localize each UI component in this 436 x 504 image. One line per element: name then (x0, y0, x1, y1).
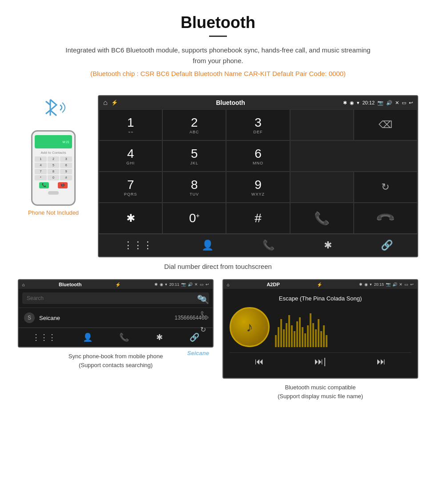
dial-contacts-icon[interactable]: 👤 (202, 240, 214, 251)
contacts-grid-icon[interactable]: ⋮⋮⋮ (32, 332, 56, 342)
dial-key-star[interactable]: ✱ (99, 203, 162, 234)
contacts-bottom-bar: ⋮⋮⋮ 👤 📞 ✱ 🔗 (19, 328, 213, 347)
vol-icon3: 🔊 (392, 282, 397, 287)
contact-list-item[interactable]: S Seicane 13566664466 (19, 308, 213, 328)
dial-refresh-button[interactable]: ↻ (354, 172, 417, 203)
main-section: M:21 Add to Contacts 123 456 789 *0# 📞 📵… (0, 91, 436, 257)
phone-bottom: 📞 📵 (35, 182, 72, 188)
contacts-time: 20:11 (169, 282, 179, 287)
close-icon3[interactable]: ✕ (399, 282, 403, 287)
phone-illustration: M:21 Add to Contacts 123 456 789 *0# 📞 📵… (18, 95, 89, 216)
bluetooth-waves-icon (38, 95, 69, 126)
topbar-right: ✱ ◉ ▾ 20:12 📷 🔊 ✕ ▭ ↩ (343, 100, 413, 106)
contacts-link-icon[interactable]: 🔗 (190, 332, 199, 342)
loc-icon: ◉ (160, 282, 163, 287)
dial-backspace-button[interactable]: ⌫ (354, 109, 417, 140)
music-home-icon[interactable]: ⌂ (227, 282, 230, 287)
dial-caption: Dial number direct from touchscreen (0, 257, 436, 279)
dial-bluetooth-icon[interactable]: ✱ (324, 240, 332, 251)
contacts-screenshot-block: ⌂ Bluetooth ⚡ ✱ ◉ ▾ 20:11 📷 🔊 ✕ ▭ ↩ (18, 279, 214, 400)
dial-empty-1 (290, 140, 417, 172)
prev-button[interactable]: ⏮ (255, 356, 264, 367)
contacts-body: Search 🔍 S Seicane 13566664466 🔍 📞 ↻ (19, 292, 213, 328)
dial-grid-icon[interactable]: ⋮⋮⋮ (123, 240, 153, 251)
dial-key-6[interactable]: 6 MNO (226, 140, 290, 172)
music-screenshot-block: ⌂ A2DP ⚡ ✱ ◉ ▾ 20:15 📷 🔊 ✕ ▭ ↩ Escape (T… (222, 279, 418, 400)
dial-call-button[interactable]: 📞 (290, 203, 354, 234)
dial-bottom-bar: ⋮⋮⋮ 👤 📞 ✱ 🔗 (99, 234, 417, 256)
contacts-bt-icon[interactable]: ✱ (156, 332, 163, 342)
dial-screen: ⌂ ⚡ Bluetooth ✱ ◉ ▾ 20:12 📷 🔊 ✕ ▭ ↩ 1 ⌁⌁ (98, 95, 418, 257)
music-album-art: ♪ (230, 307, 270, 347)
dial-key-1[interactable]: 1 ⌁⌁ (99, 109, 162, 140)
music-status-icons: ✱ ◉ ▾ 20:15 📷 🔊 ✕ ▭ ↩ (359, 282, 414, 287)
dial-key-5[interactable]: 5 JKL (162, 140, 226, 172)
dial-key-7[interactable]: 7 PQRS (99, 172, 162, 203)
cam-icon2: 📷 (181, 282, 186, 287)
dial-phone-icon[interactable]: 📞 (262, 240, 275, 251)
wifi-icon3: ▾ (370, 282, 372, 287)
dial-key-0[interactable]: 0+ (162, 203, 226, 234)
page-description: Integrated with BC6 Bluetooth module, su… (62, 45, 374, 66)
contacts-screen: ⌂ Bluetooth ⚡ ✱ ◉ ▾ 20:11 📷 🔊 ✕ ▭ ↩ (18, 279, 214, 348)
page-title: Bluetooth (9, 13, 427, 32)
win-icon2[interactable]: ▭ (200, 282, 204, 287)
next-button[interactable]: ⏭ (377, 356, 386, 367)
music-topbar: ⌂ A2DP ⚡ ✱ ◉ ▾ 20:15 📷 🔊 ✕ ▭ ↩ (223, 280, 417, 289)
back-icon2[interactable]: ↩ (206, 282, 209, 287)
dial-key-8[interactable]: 8 TUV (162, 172, 226, 203)
dial-key-4[interactable]: 4 GHI (99, 140, 162, 172)
topbar-left: ⌂ ⚡ (103, 99, 118, 107)
dial-hangup-button[interactable]: 📞 (354, 203, 417, 234)
phone-home-button (48, 191, 59, 195)
volume-icon: 🔊 (386, 100, 392, 106)
contacts-user-icon[interactable]: 👤 (83, 332, 93, 342)
bt-icon: ✱ (154, 282, 158, 287)
music-usb-icon: ⚡ (317, 282, 322, 287)
contacts-status-icons: ✱ ◉ ▾ 20:11 📷 🔊 ✕ ▭ ↩ (154, 282, 209, 287)
contact-avatar: S (24, 312, 35, 323)
seicane-watermark: Seicane (187, 350, 209, 356)
win-icon3[interactable]: ▭ (404, 282, 408, 287)
music-body: Escape (The Pina Colada Song) ♪ (223, 289, 417, 378)
music-main-content: ♪ (230, 307, 411, 347)
contacts-search-icon[interactable]: 🔍 (200, 296, 209, 304)
contacts-refresh-icon[interactable]: ↻ (200, 325, 209, 334)
window-icon[interactable]: ▭ (402, 100, 406, 106)
contacts-phone-icon[interactable]: 📞 (119, 332, 129, 342)
cam-icon3: 📷 (386, 282, 391, 287)
dial-key-hash[interactable]: # (226, 203, 290, 234)
usb-icon: ⚡ (111, 100, 118, 106)
bt-icon3: ✱ (359, 282, 363, 287)
music-screen: ⌂ A2DP ⚡ ✱ ◉ ▾ 20:15 📷 🔊 ✕ ▭ ↩ Escape (T… (222, 279, 418, 379)
topbar-title: Bluetooth (216, 99, 245, 106)
contacts-home-icon[interactable]: ⌂ (22, 282, 25, 287)
phone-screen: M:21 (35, 135, 72, 148)
close-icon2[interactable]: ✕ (194, 282, 198, 287)
contacts-topbar: ⌂ Bluetooth ⚡ ✱ ◉ ▾ 20:11 📷 🔊 ✕ ▭ ↩ (19, 280, 213, 289)
back-icon[interactable]: ↩ (409, 100, 413, 106)
contacts-usb-icon: ⚡ (115, 282, 121, 287)
dial-key-3[interactable]: 3 DEF (226, 109, 290, 140)
phone-not-included-label: Phone Not Included (28, 209, 79, 216)
wifi-icon2: ▾ (165, 282, 167, 287)
contacts-search-field[interactable]: Search 🔍 (22, 292, 209, 304)
phone-keypad: 123 456 789 *0# (35, 156, 72, 180)
music-caption: Bluetooth music compatible (Support disp… (278, 383, 363, 400)
dial-link-icon[interactable]: 🔗 (381, 240, 393, 251)
music-controls: ⏮ ⏭| ⏭ (230, 352, 411, 370)
bottom-screenshots: ⌂ Bluetooth ⚡ ✱ ◉ ▾ 20:11 📷 🔊 ✕ ▭ ↩ (0, 279, 436, 409)
home-icon[interactable]: ⌂ (103, 99, 108, 107)
contacts-call-icon[interactable]: 📞 (200, 311, 209, 319)
back-icon3[interactable]: ↩ (410, 282, 414, 287)
dial-key-2[interactable]: 2 ABC (162, 109, 226, 140)
close-icon[interactable]: ✕ (395, 100, 399, 106)
music-title: A2DP (266, 282, 279, 287)
title-underline (209, 36, 227, 37)
dial-key-9[interactable]: 9 WXYZ (226, 172, 290, 203)
music-visualizer (275, 307, 411, 347)
wifi-icon: ▾ (357, 100, 359, 106)
dial-display-area (290, 109, 354, 140)
time-display: 20:12 (362, 100, 375, 105)
play-pause-button[interactable]: ⏭| (315, 356, 326, 367)
